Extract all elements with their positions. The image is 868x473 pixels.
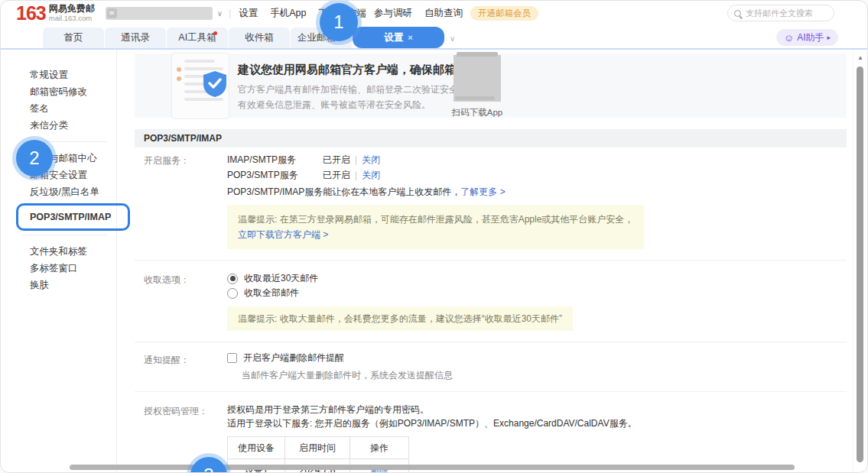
search-icon — [734, 10, 741, 17]
qr-code — [454, 55, 501, 102]
sidebar-item-password-change[interactable]: 邮箱密码修改 — [1, 83, 116, 100]
tab-inbox[interactable]: 收件箱 — [229, 28, 290, 48]
step-annotation-1: 1 — [320, 3, 358, 41]
header-divider: | — [229, 8, 231, 18]
mail-settings-window: 163 网易免费邮 mail.163.com ✉ ∨ | 设置 手机App 下载… — [0, 0, 868, 473]
settings-sidebar: 常规设置 邮箱密码修改 签名 来信分类 账号与邮箱中心 邮箱安全设置 反垃圾/黑… — [1, 50, 117, 473]
imap-smtp-close-link[interactable]: 关闭 — [362, 154, 380, 167]
close-icon[interactable]: × — [408, 33, 412, 42]
auth-desc-line2: 适用于登录以下服务: 您开启的服务（例如POP3/IMAP/SMTP）、Exch… — [227, 416, 847, 430]
logo-domain: mail.163.com — [49, 14, 95, 22]
163-mail-logo[interactable]: 163 网易免费邮 mail.163.com — [16, 4, 95, 22]
mail-icon: ✉ — [107, 8, 117, 18]
qr-caption: 扫码下载App — [440, 107, 515, 118]
sidebar-item-skin[interactable]: 换肤 — [1, 277, 116, 293]
official-client-banner: 建议您使用网易邮箱官方客户端，确保邮箱安全 官方客户端具有邮件加密传输、邮箱登录… — [135, 53, 847, 118]
vip-membership-badge[interactable]: 开通邮箱会员 — [470, 6, 538, 21]
fetch-tip-box: 温馨提示: 收取大量邮件，会耗费您更多的流量，建议您选择“收取最近30天邮件” — [227, 306, 573, 331]
tab-list-chevron-down-icon[interactable]: ∨ — [450, 34, 455, 43]
sidebar-divider — [22, 235, 107, 235]
header-link-mobile-app[interactable]: 手机App — [270, 7, 306, 20]
ai-assistant-icon: ☺ — [784, 32, 794, 44]
search-placeholder: 支持邮件全文搜索 — [746, 8, 813, 19]
horizontal-scrollbar-thumb[interactable] — [70, 465, 795, 470]
ai-assistant-button[interactable]: ☺ AI助手 ▸ — [776, 29, 838, 46]
sidebar-item-antispam-lists[interactable]: 反垃圾/黑白名单 — [1, 183, 116, 200]
search-input[interactable]: 支持邮件全文搜索 — [727, 5, 834, 21]
arrow-right-icon: ▸ — [827, 34, 831, 41]
radio-fetch-all[interactable]: 收取全部邮件 — [227, 286, 847, 300]
settings-main-panel: 建议您使用网易邮箱官方客户端，确保邮箱安全 官方客户端具有邮件加密传输、邮箱登录… — [117, 50, 853, 473]
col-device: 使用设备 — [228, 437, 285, 459]
sidebar-item-mail-classification[interactable]: 来信分类 — [1, 117, 116, 134]
shield-check-icon — [202, 70, 228, 98]
notify-note: 当邮件客户端大量删除邮件时，系统会发送提醒信息 — [227, 369, 847, 382]
new-badge-dot — [213, 31, 217, 35]
radio-selected-icon — [227, 274, 238, 284]
tab-contacts[interactable]: 通讯录 — [105, 28, 166, 48]
auth-desc-line1: 授权码是用于登录第三方邮件客户端的专用密码。 — [227, 403, 847, 416]
sidebar-item-general[interactable]: 常规设置 — [1, 66, 116, 83]
service-description: POP3/SMTP/IMAP服务能让你在本地客户端上收发邮件， — [227, 186, 460, 197]
top-header: 163 网易免费邮 mail.163.com ✉ ∨ | 设置 手机App 下载… — [1, 1, 867, 25]
sidebar-item-signature[interactable]: 签名 — [1, 100, 116, 117]
header-link-survey[interactable]: 参与调研 — [374, 7, 412, 20]
logo-163: 163 — [16, 4, 46, 22]
pop3-smtp-close-link[interactable]: 关闭 — [362, 169, 380, 182]
download-official-client-link[interactable]: 立即下载官方客户端 > — [238, 229, 328, 240]
sidebar-item-folders-tags[interactable]: 文件夹和标签 — [1, 243, 116, 260]
tab-ai-toolbox[interactable]: AI工具箱 — [167, 28, 228, 48]
sidebar-item-security[interactable]: 邮箱安全设置 — [1, 167, 116, 183]
scroll-up-arrow-icon[interactable]: ▲ — [853, 54, 867, 61]
fetch-options-label: 收取选项： — [135, 271, 227, 331]
sidebar-item-multitab[interactable]: 多标签窗口 — [1, 260, 116, 277]
vertical-scrollbar-thumb[interactable] — [857, 66, 863, 462]
notify-label: 通知提醒： — [135, 352, 227, 382]
pop3-smtp-status: 已开启 — [323, 169, 350, 182]
tab-settings[interactable]: 设置× — [353, 27, 444, 48]
tab-bar: 首页 通讯录 AI工具箱 收件箱 企业邮箱× 设置× ∨ ☺ AI助手 ▸ — [1, 25, 867, 50]
section-title-pop3-smtp-imap: POP3/SMTP/IMAP — [135, 129, 847, 147]
header-link-settings[interactable]: 设置 — [239, 7, 258, 20]
account-chevron-down-icon[interactable]: ∨ — [217, 9, 223, 18]
delete-reminder-checkbox[interactable]: 开启客户端删除邮件提醒 — [227, 352, 847, 364]
radio-fetch-30days[interactable]: 收取最近30天邮件 — [227, 271, 847, 286]
account-email-redacted[interactable]: ✉ — [106, 7, 213, 20]
learn-more-link[interactable]: 了解更多 > — [460, 186, 505, 197]
radio-unselected-icon — [227, 288, 238, 299]
checkbox-unchecked-icon — [227, 353, 237, 363]
step-annotation-2: 2 — [16, 140, 53, 177]
header-link-self-service[interactable]: 自助查询 — [424, 7, 463, 20]
col-enable-time: 启用时间 — [285, 437, 350, 459]
banner-title: 建议您使用网易邮箱官方客户端，确保邮箱安全 — [238, 63, 479, 77]
security-tip-box: 温馨提示: 在第三方登录网易邮箱，可能存在邮件泄露风险，甚至危害Apple或其他… — [227, 205, 644, 249]
imap-smtp-status: 已开启 — [323, 154, 350, 167]
vertical-scrollbar: ▲ — [853, 50, 867, 473]
pop3-smtp-service-name: POP3/SMTP服务 — [227, 169, 323, 182]
sidebar-item-pop3-smtp-imap[interactable]: POP3/SMTP/IMAP — [1, 207, 116, 227]
imap-smtp-service-name: IMAP/SMTP服务 — [227, 154, 323, 167]
logo-name: 网易免费邮 — [49, 4, 95, 14]
col-action: 操作 — [350, 437, 409, 459]
tab-home[interactable]: 首页 — [43, 28, 104, 48]
service-label: 开启服务： — [135, 152, 227, 249]
